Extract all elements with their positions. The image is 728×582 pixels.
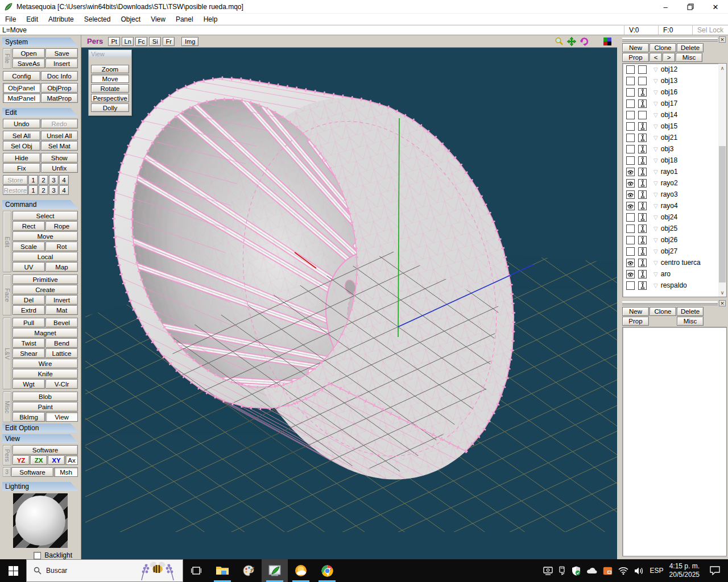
- cmd-pull-button[interactable]: Pull: [13, 318, 45, 327]
- start-button[interactable]: [0, 559, 26, 582]
- object-row[interactable]: ▽ obj13: [623, 75, 718, 86]
- restore-2-button[interactable]: 2: [39, 185, 48, 195]
- expand-triangle-icon[interactable]: ▽: [653, 282, 658, 289]
- object-row[interactable]: ▽ respaldo: [623, 280, 718, 291]
- visibility-eye-toggle[interactable]: [626, 134, 635, 142]
- visibility-eye-toggle[interactable]: [626, 145, 635, 153]
- visibility-eye-toggle[interactable]: [626, 190, 635, 199]
- menu-view[interactable]: View: [146, 14, 171, 25]
- material-prop-button[interactable]: Prop: [622, 317, 649, 326]
- saveas-button[interactable]: SaveAs: [13, 59, 45, 68]
- view-panel-header[interactable]: View: [2, 434, 78, 443]
- snip-tray-icon[interactable]: [603, 567, 613, 575]
- cmd-wire-button[interactable]: Wire: [13, 359, 78, 368]
- object-misc-button[interactable]: Misc: [676, 53, 702, 62]
- store-4-button[interactable]: 4: [59, 175, 69, 185]
- object-row[interactable]: ▽ obj25: [623, 223, 718, 234]
- object-row[interactable]: ▽ obj27: [623, 246, 718, 257]
- visibility-eye-toggle[interactable]: [626, 111, 635, 119]
- object-clone-button[interactable]: Clone: [650, 43, 676, 52]
- store-2-button[interactable]: 2: [39, 175, 48, 185]
- close-button[interactable]: ✕: [703, 0, 728, 14]
- object-row[interactable]: ▽ obj15: [623, 120, 718, 132]
- cmd-knife-button[interactable]: Knife: [13, 369, 78, 379]
- unfix-button[interactable]: Unfix: [41, 163, 78, 173]
- points-toggle-button[interactable]: Pt: [108, 37, 120, 46]
- cmd-blob-button[interactable]: Blob: [13, 392, 78, 401]
- paint-button[interactable]: [235, 559, 262, 582]
- config-button[interactable]: Config: [3, 71, 40, 81]
- cmd-shear-button[interactable]: Shear: [13, 348, 45, 358]
- pan-move-icon[interactable]: [567, 37, 576, 46]
- object-row[interactable]: ▽ obj16: [623, 86, 718, 98]
- usb-tray-icon[interactable]: [559, 566, 566, 575]
- visibility-eye-toggle[interactable]: [626, 156, 635, 165]
- scroll-down-icon[interactable]: ∨: [718, 288, 726, 297]
- fix-button[interactable]: Fix: [3, 163, 40, 173]
- cmd-paint-button[interactable]: Paint: [13, 402, 78, 411]
- expand-triangle-icon[interactable]: ▽: [653, 78, 658, 84]
- object-row[interactable]: ▽ obj21: [623, 132, 718, 143]
- store-3-button[interactable]: 3: [49, 175, 59, 185]
- menu-selected[interactable]: Selected: [79, 14, 116, 25]
- cmd-mat-button[interactable]: Mat: [46, 305, 78, 315]
- matpanel-button[interactable]: MatPanel: [3, 93, 40, 103]
- cmd-move-button[interactable]: Move: [13, 231, 78, 241]
- cmd-bevel-button[interactable]: Bevel: [46, 318, 78, 327]
- metasequoia-taskbar-button[interactable]: [262, 559, 288, 582]
- cmd-rope-button[interactable]: Rope: [46, 221, 78, 231]
- cmd-local-button[interactable]: Local: [13, 252, 78, 261]
- cast-tray-icon[interactable]: [543, 567, 553, 575]
- object-row[interactable]: ▽ obj24: [623, 211, 718, 223]
- viewport-canvas[interactable]: View Zoom Move Rotate Perspective Dolly: [81, 48, 617, 559]
- lock-toggle[interactable]: [638, 145, 647, 153]
- weather-app-button[interactable]: [288, 559, 314, 582]
- edit-option-panel-header[interactable]: Edit Option: [2, 423, 78, 433]
- object-row[interactable]: ▽ obj17: [623, 98, 718, 109]
- lock-toggle[interactable]: [638, 247, 647, 256]
- object-row[interactable]: ▽ obj18: [623, 155, 718, 166]
- cmd-bend-button[interactable]: Bend: [46, 338, 78, 348]
- cmd-bkimg-button[interactable]: BkImg: [13, 412, 45, 422]
- cmd-magnet-button[interactable]: Magnet: [13, 328, 78, 338]
- view-software2-button[interactable]: Software: [11, 467, 53, 477]
- lock-toggle[interactable]: [638, 88, 647, 97]
- cmd-extrd-button[interactable]: Extrd: [13, 305, 45, 315]
- menu-object[interactable]: Object: [115, 14, 146, 25]
- lock-toggle[interactable]: [638, 134, 647, 142]
- save-button[interactable]: Save: [46, 48, 78, 58]
- security-shield-icon[interactable]: [572, 566, 581, 576]
- lock-toggle[interactable]: [638, 270, 647, 278]
- menu-help[interactable]: Help: [198, 14, 223, 25]
- visibility-eye-toggle[interactable]: [626, 122, 635, 131]
- cmd-view-button[interactable]: View: [46, 412, 78, 422]
- show-button[interactable]: Show: [41, 153, 78, 163]
- visibility-eye-toggle[interactable]: [626, 202, 635, 210]
- cmd-map-button[interactable]: Map: [46, 262, 78, 272]
- menu-attribute[interactable]: Attribute: [43, 14, 79, 25]
- taskbar-search-box[interactable]: Buscar: [26, 559, 183, 582]
- visibility-eye-toggle[interactable]: [626, 225, 635, 233]
- expand-triangle-icon[interactable]: ▽: [653, 271, 658, 277]
- lighting-preview[interactable]: [13, 493, 68, 548]
- object-panel-grip[interactable]: ✕: [622, 36, 727, 43]
- si-toggle-button[interactable]: Si: [149, 37, 161, 46]
- visibility-eye-toggle[interactable]: [626, 281, 635, 290]
- edit-panel-header[interactable]: Edit: [2, 108, 78, 117]
- file-explorer-button[interactable]: [209, 559, 235, 582]
- view-xy-button[interactable]: XY: [48, 455, 65, 465]
- material-panel-grip[interactable]: ✕: [622, 300, 727, 306]
- float-dolly-button[interactable]: Dolly: [91, 103, 129, 112]
- object-row[interactable]: ▽ obj12: [623, 64, 718, 75]
- cmd-invert-button[interactable]: Invert: [46, 295, 78, 305]
- visibility-eye-toggle[interactable]: [626, 270, 635, 278]
- cmd-scale-button[interactable]: Scale: [13, 242, 45, 251]
- cmd-rect-button[interactable]: Rect: [13, 221, 45, 231]
- cmd-create-button[interactable]: Create: [13, 285, 78, 294]
- expand-triangle-icon[interactable]: ▽: [653, 248, 658, 255]
- cmd-primitive-button[interactable]: Primitive: [13, 275, 78, 284]
- visibility-eye-toggle[interactable]: [626, 168, 635, 176]
- menu-panel[interactable]: Panel: [171, 14, 198, 25]
- material-new-button[interactable]: New: [622, 307, 649, 316]
- task-view-button[interactable]: [183, 559, 209, 582]
